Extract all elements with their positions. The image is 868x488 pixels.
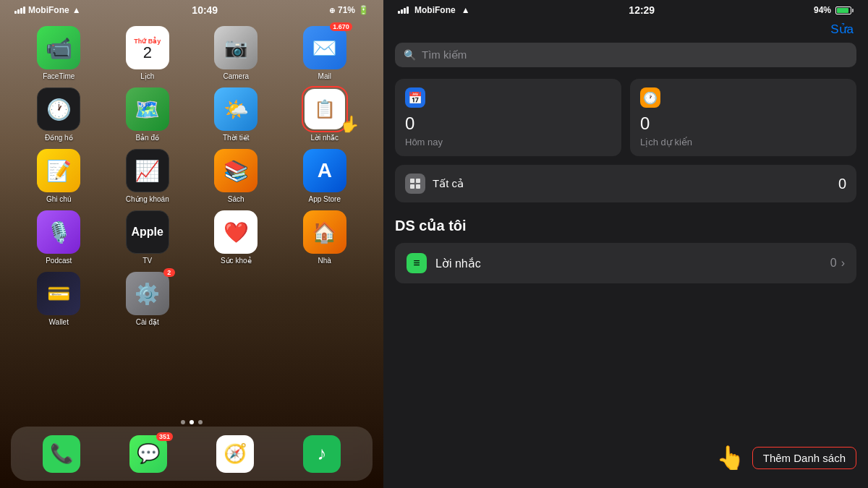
app-label-wallet: Wallet [49,318,69,326]
app-appstore[interactable]: A App Store [292,149,357,203]
app-camera[interactable]: 📷 Camera [203,26,268,80]
app-calendar[interactable]: Thứ Bảy 2 Lịch [115,26,180,80]
all-label: Tất cả [433,177,464,190]
app-health[interactable]: ❤️ Sức khoẻ [203,210,268,265]
app-label-clock: Đồng hồ [45,134,73,142]
app-row-1: 📹 FaceTime Thứ Bảy 2 Lịch 📷 [14,26,369,80]
app-label-mail: Mail [318,72,331,80]
app-label-weather: Thời tiết [223,134,249,142]
app-label-notes: Ghi chú [46,195,71,203]
dock-messages[interactable]: 351 💬 [127,435,170,473]
app-mail[interactable]: 1.670 ✉️ Mail [292,26,357,80]
stats-row: 📅 0 Hôm nay 🕐 0 Lịch dự kiến [383,79,868,165]
app-label-books: Sách [228,195,244,203]
carrier-left-name: MobiFone [28,5,69,15]
messages-badge: 351 [156,432,173,441]
app-stocks[interactable]: 📈 Chứng khoán [115,149,180,203]
app-notes[interactable]: 📝 Ghi chú [26,149,91,203]
time-left: 10:49 [192,4,218,16]
page-dots [0,420,383,424]
app-podcasts[interactable]: 🎙️ Podcast [26,210,91,265]
chevron-right-icon: › [841,257,845,270]
app-label-calendar: Lịch [140,72,154,80]
app-row-3: 📝 Ghi chú 📈 Chứng khoán 📚 [14,149,369,203]
app-label-stocks: Chứng khoán [126,195,169,203]
battery-left: 71% [338,5,355,15]
ds-item-reminders[interactable]: ≡ Lời nhắc 0 › [395,243,856,283]
edit-button[interactable]: Sửa [830,22,854,37]
add-list-emoji: 👆 [715,442,746,474]
app-grid: 📹 FaceTime Thứ Bảy 2 Lịch 📷 [0,26,383,333]
dock-safari[interactable]: 🧭 [213,435,257,473]
dot-1 [181,420,185,424]
app-empty1 [203,272,268,326]
schedule-label: Lịch dự kiến [640,137,846,147]
reminder-count: 0 [830,257,837,270]
app-label-settings: Cài đặt [136,318,159,326]
app-label-reminders: Lời nhắc [310,134,339,142]
app-books[interactable]: 📚 Sách [203,149,268,203]
ds-title: DS của tôi [395,217,856,234]
search-bar[interactable]: 🔍 Tìm kiếm [395,43,856,67]
reminder-count-wrap: 0 › [830,257,845,270]
dock-spotify[interactable]: ♪ [300,435,344,473]
app-row-4: 🎙️ Podcast Apple TV ❤️ [14,210,369,265]
dock-phone[interactable]: 📞 [40,435,83,473]
settings-badge: 2 [163,268,175,277]
time-right: 12:29 [629,4,655,16]
app-home[interactable]: 🏠 Nhà [292,210,357,265]
carrier-right: MobiFone ▲ [398,5,470,15]
schedule-count: 0 [640,114,846,134]
app-clock[interactable]: 🕐 Đồng hồ [26,87,91,142]
status-right-left: ⊕ 71% 🔋 [329,5,369,15]
today-icon: 📅 [405,87,425,108]
location-icon: ⊕ [329,7,335,14]
stat-card-schedule[interactable]: 🕐 0 Lịch dự kiến [630,79,856,156]
status-right-right: 94% [814,5,854,15]
app-weather[interactable]: 🌤️ Thời tiết [203,87,268,142]
mail-badge: 1.670 [330,22,352,31]
dot-3 [198,420,203,424]
today-count: 0 [405,114,611,134]
dot-2 [190,420,194,424]
status-bar-right: MobiFone ▲ 12:29 94% [383,0,868,19]
app-label-maps: Bản đồ [135,134,159,142]
carrier-right-name: MobiFone [414,5,456,15]
wifi-icon-left: ▲ [72,5,81,15]
app-label-appstore: App Store [309,195,341,203]
battery-percent-right: 94% [814,5,831,15]
stat-card-today[interactable]: 📅 0 Hôm nay [395,79,621,156]
app-maps[interactable]: 🗺️ Bản đồ [115,87,180,142]
schedule-icon: 🕐 [640,87,660,108]
app-row-5: 💳 Wallet 2 ⚙️ Cài đặt [14,272,369,326]
all-icon [405,174,425,194]
dock: 📞 351 💬 🧭 ♪ [11,427,373,481]
app-tv[interactable]: Apple TV [115,210,180,265]
app-label-camera: Camera [223,72,249,80]
wifi-icon-right: ▲ [461,5,470,15]
signal-icon [14,7,25,14]
app-label-tv: TV [142,257,152,265]
all-card[interactable]: Tất cả 0 [395,165,856,202]
all-count: 0 [838,176,846,192]
panel-header: Sửa [383,19,868,43]
reminder-icon: ≡ [407,253,427,273]
add-list-button[interactable]: Thêm Danh sách [752,447,856,469]
carrier-left: MobiFone ▲ [14,5,81,15]
svg-rect-1 [416,179,420,183]
reminder-label: Lời nhắc [435,257,481,270]
search-placeholder: Tìm kiếm [422,48,467,61]
phone-left: MobiFone ▲ 10:49 ⊕ 71% 🔋 📹 FaceTime [0,0,383,488]
app-empty2 [292,272,357,326]
add-list-wrap: 👆 Thêm Danh sách [715,442,856,474]
app-label-podcasts: Podcast [46,257,72,265]
app-facetime[interactable]: 📹 FaceTime [26,26,91,80]
app-settings[interactable]: 2 ⚙️ Cài đặt [115,272,180,326]
app-reminders[interactable]: 📋 👆 Lời nhắc [292,87,357,142]
app-label-facetime: FaceTime [43,72,75,80]
search-icon: 🔍 [404,49,416,61]
app-label-health: Sức khoẻ [221,257,252,265]
app-wallet[interactable]: 💳 Wallet [26,272,91,326]
today-label: Hôm nay [405,137,611,147]
battery-icon-left: 🔋 [358,5,369,15]
